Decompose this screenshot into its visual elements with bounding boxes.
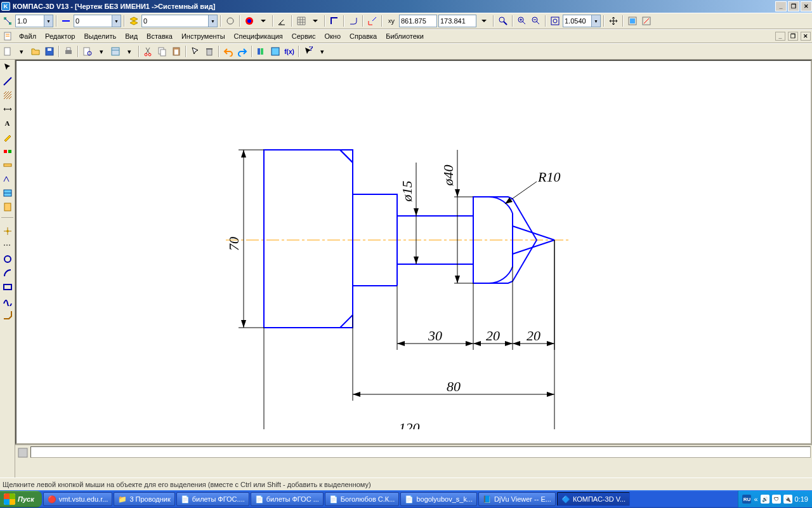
new-dropdown[interactable]: ▾ xyxy=(15,45,28,58)
doc-icon[interactable] xyxy=(1,30,14,43)
restore-button[interactable]: ❐ xyxy=(788,1,799,11)
delete-button[interactable] xyxy=(203,45,216,58)
drawing-canvas[interactable]: 70 120 80 xyxy=(15,60,812,444)
step-combo[interactable]: 1.0▼ xyxy=(15,15,53,27)
prop-confirm-icon[interactable] xyxy=(16,446,29,459)
doc-minimize-button[interactable]: _ xyxy=(775,32,785,41)
clock[interactable]: 0:19 xyxy=(795,495,808,503)
lib-mgr-button[interactable] xyxy=(255,45,268,58)
menu-lib[interactable]: Библиотеки xyxy=(382,30,428,42)
dim-tool-icon[interactable] xyxy=(1,103,14,116)
taskbar-item[interactable]: 📄билеты ФГОС ... xyxy=(251,492,324,506)
menu-help[interactable]: Справка xyxy=(346,30,381,42)
param-tool-icon[interactable] xyxy=(1,145,14,157)
snap-icon[interactable] xyxy=(1,15,14,27)
style-icon[interactable] xyxy=(60,15,72,27)
menu-tools[interactable]: Инструменты xyxy=(178,30,229,42)
lang-indicator[interactable]: RU xyxy=(742,495,751,504)
spline-tool-icon[interactable] xyxy=(1,295,14,307)
menu-edit[interactable]: Редактор xyxy=(41,30,79,42)
layer-icon[interactable] xyxy=(128,15,140,27)
taskbar-item[interactable]: 🔴vmt.vstu.edu.r... xyxy=(43,492,113,506)
tray-expand-icon[interactable]: « xyxy=(754,495,757,503)
taskbar-item[interactable]: 📄bogolyubov_s_k... xyxy=(400,492,477,506)
tray-icon[interactable]: 🔌 xyxy=(783,495,792,504)
preview-dropdown[interactable]: ▾ xyxy=(95,45,108,58)
edit-tool-icon[interactable] xyxy=(1,131,14,144)
start-button[interactable]: Пуск xyxy=(0,491,42,507)
ortho-icon[interactable] xyxy=(328,15,341,27)
help-dropdown[interactable]: ▾ xyxy=(316,45,329,58)
color-button[interactable] xyxy=(243,15,256,27)
zoom-icon[interactable] xyxy=(497,15,509,27)
select-button[interactable] xyxy=(189,45,202,58)
grid-icon[interactable] xyxy=(295,15,308,27)
taskbar-item[interactable]: 📁3 Проводник xyxy=(114,492,174,506)
paste-button[interactable] xyxy=(170,45,183,58)
circle-tool-icon[interactable] xyxy=(1,253,14,265)
coord-dropdown[interactable] xyxy=(478,15,490,27)
text-tool-icon[interactable]: A xyxy=(1,117,14,130)
refresh-icon[interactable] xyxy=(626,15,639,27)
line-style-icon[interactable] xyxy=(224,15,237,27)
preview-button[interactable] xyxy=(81,45,94,58)
property-field[interactable] xyxy=(30,446,811,458)
menu-file[interactable]: Файл xyxy=(15,30,40,42)
print-button[interactable] xyxy=(62,45,75,58)
chamfer-tool-icon[interactable] xyxy=(1,309,14,321)
menu-select[interactable]: Выделить xyxy=(80,30,120,42)
color-dropdown[interactable] xyxy=(257,15,270,27)
cut-button[interactable] xyxy=(142,45,155,58)
measure-tool-icon[interactable] xyxy=(1,159,14,171)
redo-button[interactable] xyxy=(236,45,249,58)
new-button[interactable] xyxy=(1,45,14,58)
coord-label-icon[interactable]: xy xyxy=(385,15,398,27)
pan-icon[interactable] xyxy=(607,15,620,27)
minimize-button[interactable]: _ xyxy=(775,1,787,11)
menu-spec[interactable]: Спецификация xyxy=(230,30,287,42)
properties-dropdown[interactable]: ▾ xyxy=(123,45,136,58)
taskbar-item[interactable]: 📘DjVu Viewer -- E... xyxy=(478,492,556,506)
doc-close-button[interactable]: ✕ xyxy=(801,32,811,41)
menu-service[interactable]: Сервис xyxy=(288,30,320,42)
menu-window[interactable]: Окно xyxy=(320,30,344,42)
catalog-button[interactable] xyxy=(269,45,282,58)
zoom-out-icon[interactable] xyxy=(530,15,542,27)
angle-icon[interactable] xyxy=(276,15,289,27)
lcs-icon[interactable] xyxy=(366,15,379,27)
arc-tool-icon[interactable] xyxy=(1,267,14,279)
round-icon[interactable] xyxy=(347,15,360,27)
menu-insert[interactable]: Вставка xyxy=(143,30,176,42)
taskbar-item[interactable]: 📄билеты ФГОС.... xyxy=(176,492,249,506)
undo-button[interactable] xyxy=(222,45,235,58)
table-tool-icon[interactable] xyxy=(1,187,14,199)
doc-restore-button[interactable]: ❐ xyxy=(788,32,798,41)
help-button[interactable]: ? xyxy=(302,45,315,58)
rect-tool-icon[interactable] xyxy=(1,281,14,293)
tray-icon[interactable]: 🔊 xyxy=(761,495,769,504)
line-tool-icon[interactable] xyxy=(1,75,14,88)
zoom-fit-icon[interactable] xyxy=(549,15,561,27)
style-combo[interactable]: 0▼ xyxy=(74,15,121,27)
sheet-tool-icon[interactable] xyxy=(1,201,14,213)
save-button[interactable] xyxy=(43,45,56,58)
menu-view[interactable]: Вид xyxy=(121,30,141,42)
coord-x-field[interactable]: 861.875 xyxy=(399,15,437,27)
taskbar-item[interactable]: 📄Боголюбов С.К... xyxy=(325,492,400,506)
hatch-tool-icon[interactable] xyxy=(1,89,14,102)
zoom-in-icon[interactable] xyxy=(516,15,528,27)
aux-line-tool-icon[interactable] xyxy=(1,239,14,251)
zoom-combo[interactable]: 1.0540▼ xyxy=(563,15,601,27)
taskbar-item-active[interactable]: 🔷КОМПАС-3D V... xyxy=(557,492,630,506)
arrow-tool-icon[interactable] xyxy=(1,61,14,74)
close-button[interactable]: ✕ xyxy=(801,1,812,11)
properties-button[interactable] xyxy=(109,45,122,58)
layer-combo[interactable]: 0▼ xyxy=(141,15,218,27)
coord-y-field[interactable]: 173.841 xyxy=(438,15,476,27)
redraw-icon[interactable] xyxy=(640,15,653,27)
point-tool-icon[interactable] xyxy=(1,225,14,237)
rough-tool-icon[interactable] xyxy=(1,173,14,185)
tray-icon[interactable]: 🛡 xyxy=(772,495,781,504)
grid-dropdown[interactable] xyxy=(309,15,322,27)
open-button[interactable] xyxy=(29,45,42,58)
